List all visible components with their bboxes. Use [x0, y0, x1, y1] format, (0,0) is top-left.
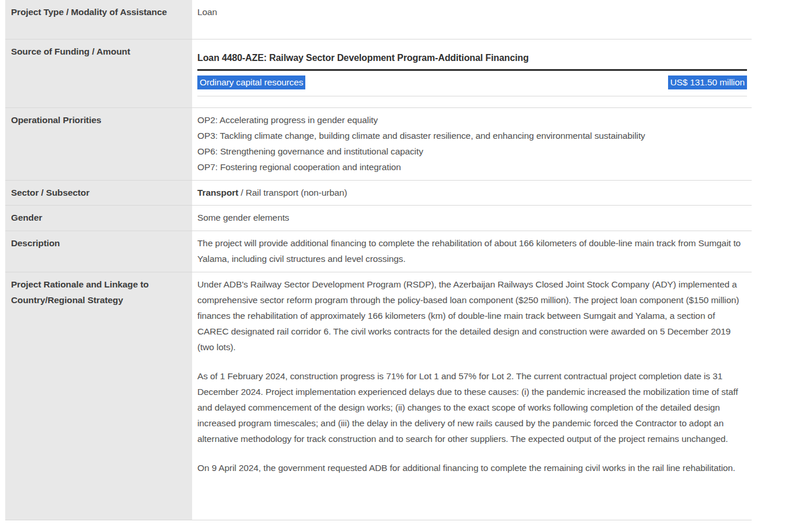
row-gender: Gender Some gender elements — [5, 206, 752, 231]
subsector-name: / Rail transport (non-urban) — [239, 188, 348, 197]
rationale-label: Project Rationale and Linkage to Country… — [5, 272, 192, 520]
sector-value: Transport / Rail transport (non-urban) — [192, 181, 752, 205]
priorities-label: Operational Priorities — [5, 108, 192, 180]
row-description: Description The project will provide add… — [5, 231, 752, 272]
project-type-value: Loan — [192, 0, 752, 39]
row-project-rationale: Project Rationale and Linkage to Country… — [5, 272, 752, 520]
sector-label: Sector / Subsector — [5, 181, 192, 205]
rationale-value: Under ADB's Railway Sector Development P… — [192, 272, 752, 520]
row-source-of-funding: Source of Funding / Amount Loan 4480-AZE… — [5, 39, 752, 108]
row-sector-subsector: Sector / Subsector Transport / Rail tran… — [5, 181, 752, 206]
priorities-value: OP2: Accelerating progress in gender equ… — [192, 108, 752, 180]
rationale-paragraph-3: On 9 April 2024, the government requeste… — [197, 460, 747, 476]
funding-loan-heading: Loan 4480-AZE: Railway Sector Developmen… — [197, 50, 747, 71]
description-label: Description — [5, 231, 192, 272]
project-type-label: Project Type / Modality of Assistance — [5, 0, 192, 39]
row-operational-priorities: Operational Priorities OP2: Accelerating… — [5, 108, 752, 181]
funding-amount-selected-text: US$ 131.50 million — [668, 75, 747, 89]
sector-name: Transport — [197, 188, 239, 197]
priority-item-op7: OP7: Fostering regional cooperation and … — [197, 159, 747, 175]
priority-item-op2: OP2: Accelerating progress in gender equ… — [197, 112, 747, 128]
funding-value: Loan 4480-AZE: Railway Sector Developmen… — [192, 39, 752, 107]
gender-value: Some gender elements — [192, 206, 752, 231]
funding-source-selected-text: Ordinary capital resources — [197, 75, 305, 89]
priority-item-op6: OP6: Strengthening governance and instit… — [197, 143, 747, 159]
row-project-type: Project Type / Modality of Assistance Lo… — [5, 0, 752, 39]
description-value: The project will provide additional fina… — [192, 231, 752, 272]
gender-label: Gender — [5, 206, 192, 231]
funding-label: Source of Funding / Amount — [5, 39, 192, 107]
rationale-paragraph-1: Under ADB's Railway Sector Development P… — [197, 276, 747, 355]
priority-item-op3: OP3: Tackling climate change, building c… — [197, 128, 747, 143]
rationale-paragraph-2: As of 1 February 2024, construction prog… — [197, 368, 747, 447]
funding-detail-row: Ordinary capital resources US$ 131.50 mi… — [197, 71, 747, 96]
project-data-table: Project Type / Modality of Assistance Lo… — [5, 0, 752, 520]
